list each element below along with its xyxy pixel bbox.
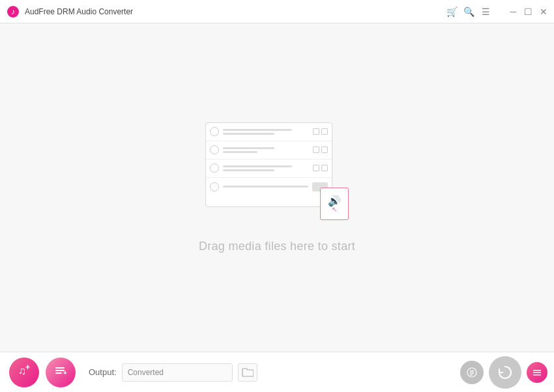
mini-checkboxes-3 [313, 165, 328, 171]
mini-circle-1 [210, 127, 219, 136]
main-content: 🔊 ↖ Drag media files here to start [0, 23, 554, 352]
mini-checkbox [313, 128, 319, 135]
app-title: AudFree DRM Audio Converter [25, 7, 133, 16]
mini-play-btn [210, 182, 219, 191]
svg-text:♪: ♪ [11, 7, 15, 16]
svg-text:+: + [25, 363, 30, 372]
mini-circle-3 [210, 163, 219, 173]
right-controls [460, 356, 547, 389]
audio-file-icon: 🔊 ↖ [320, 188, 349, 220]
output-value: Converted [128, 368, 164, 377]
output-field: Converted [122, 363, 233, 382]
mini-line [223, 147, 274, 149]
bottom-toolbar: ♫ + + Output: Converted [0, 352, 554, 392]
mini-line [223, 133, 274, 135]
title-controls: 🛒 🔍 ☰ ─ ☐ ✕ [446, 7, 547, 17]
history-button[interactable] [460, 361, 484, 384]
cart-icon[interactable]: 🛒 [446, 7, 457, 17]
mini-checkbox [321, 128, 328, 135]
drop-illustration: 🔊 ↖ [205, 122, 349, 227]
app-logo-icon: ♪ [7, 5, 20, 18]
output-label: Output: [89, 367, 117, 377]
add-music-button[interactable]: ♫ + [9, 357, 39, 387]
mini-circle-2 [210, 145, 219, 154]
output-section: Output: Converted [89, 363, 257, 382]
mini-row-2 [206, 141, 332, 160]
menu-icon[interactable]: ☰ [480, 7, 491, 17]
title-bar: ♪ AudFree DRM Audio Converter 🛒 🔍 ☰ ─ ☐ … [0, 0, 554, 23]
svg-rect-10 [470, 372, 474, 374]
mini-progress-bar [223, 186, 308, 188]
cursor-icon: ↖ [332, 206, 337, 213]
svg-rect-11 [470, 374, 473, 376]
svg-rect-6 [55, 372, 62, 374]
mini-row-3 [206, 160, 332, 178]
title-left: ♪ AudFree DRM Audio Converter [7, 5, 133, 18]
folder-button[interactable] [238, 363, 257, 382]
mini-line [223, 129, 292, 131]
mini-line [223, 165, 292, 167]
minimize-button[interactable]: ─ [509, 7, 518, 16]
mini-checkbox [321, 147, 328, 153]
mini-line [223, 169, 274, 171]
mini-checkboxes-1 [313, 128, 328, 135]
svg-rect-13 [533, 372, 541, 373]
svg-rect-4 [55, 367, 65, 369]
mini-bottom-bar [206, 178, 332, 196]
svg-rect-14 [533, 374, 541, 376]
mini-checkbox [313, 147, 319, 153]
mini-checkboxes-2 [313, 147, 328, 153]
mini-lines-3 [223, 165, 309, 171]
svg-rect-9 [470, 371, 474, 372]
svg-text:+: + [63, 369, 67, 376]
add-music-icon: ♫ + [16, 363, 32, 382]
add-playlist-icon: + [53, 363, 68, 382]
mini-lines-1 [223, 129, 309, 135]
mini-checkbox [321, 165, 328, 171]
drag-text: Drag media files here to start [199, 240, 355, 253]
mini-checkbox [313, 165, 319, 171]
mini-line [223, 151, 257, 153]
mini-lines-2 [223, 147, 309, 153]
search-icon[interactable]: 🔍 [463, 7, 474, 17]
maximize-button[interactable]: ☐ [524, 7, 532, 16]
add-playlist-button[interactable]: + [46, 357, 76, 387]
settings-button[interactable] [527, 362, 547, 383]
close-button[interactable]: ✕ [539, 7, 547, 16]
convert-button[interactable] [489, 356, 521, 389]
svg-rect-12 [533, 370, 541, 371]
mini-row-1 [206, 123, 332, 141]
mini-list-card [205, 122, 332, 207]
